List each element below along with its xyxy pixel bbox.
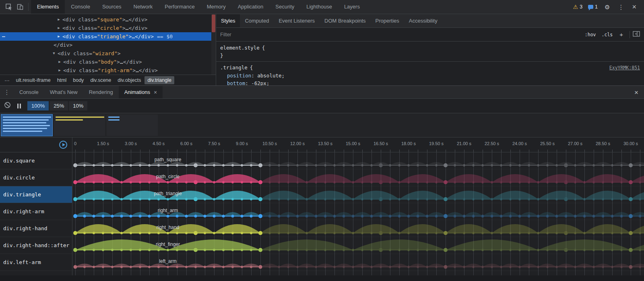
element-label-div-square[interactable]: div.square bbox=[0, 152, 72, 169]
styles-tab-event-listeners[interactable]: Event Listeners bbox=[274, 14, 320, 27]
styles-filter-input[interactable] bbox=[220, 32, 309, 37]
settings-gear-icon[interactable]: ⚙ bbox=[602, 0, 613, 14]
toggle-class-button[interactable]: .cls bbox=[599, 31, 615, 39]
toggle-pseudo-state-button[interactable]: :hov bbox=[582, 31, 599, 39]
track-row-div-triangle: div.trianglepath_triangle bbox=[0, 186, 644, 203]
dom-tree-row[interactable]: ▶<div class="right-arm">…</div> bbox=[0, 66, 216, 75]
playback-rate-25[interactable]: 25% bbox=[50, 101, 68, 110]
main-tab-application[interactable]: Application bbox=[232, 0, 270, 14]
warnings-badge[interactable]: ⚠ 3 bbox=[572, 4, 584, 10]
messages-badge[interactable]: 1 bbox=[586, 4, 599, 10]
element-label-div-right-arm[interactable]: div.right-arm bbox=[0, 203, 72, 220]
playback-rate-10[interactable]: 10% bbox=[69, 101, 87, 110]
ruler-label: 10.50 s bbox=[262, 141, 277, 146]
drawer-tab-label: What's New bbox=[50, 89, 78, 95]
element-label-div-circle[interactable]: div.circle bbox=[0, 169, 72, 186]
dom-tree-row[interactable]: ▶<div class="circle">…</div> bbox=[0, 24, 216, 32]
breadcrumb-item-html[interactable]: html bbox=[54, 76, 70, 84]
horizontal-scrollbar-area[interactable] bbox=[0, 275, 644, 281]
animation-track-right-hand[interactable]: right_hand bbox=[72, 220, 644, 237]
message-count: 1 bbox=[595, 4, 598, 10]
tree-collapsed-arrow-icon[interactable]: ▶ bbox=[57, 58, 62, 66]
close-drawer-icon[interactable]: × bbox=[631, 86, 642, 99]
clear-all-icon[interactable] bbox=[4, 102, 11, 110]
breadcrumb-item-div-objects[interactable]: div.objects bbox=[115, 76, 144, 84]
inline-style-rule[interactable]: element.style{ bbox=[220, 44, 640, 52]
animation-track-path-square[interactable]: path_square bbox=[72, 152, 644, 169]
main-tab-elements[interactable]: Elements bbox=[31, 0, 65, 14]
track-keyframes-canvas[interactable] bbox=[72, 254, 644, 271]
breadcrumb-item-ult-result-iframe[interactable]: ult.result-iframe bbox=[13, 76, 54, 84]
element-label-div-triangle[interactable]: div.triangle bbox=[0, 186, 72, 203]
drawer-tab-console[interactable]: Console bbox=[14, 86, 44, 98]
dom-node-text: <div class="square">…</div> bbox=[0, 17, 147, 23]
dom-tree-row[interactable]: ▶<div class="body">…</div> bbox=[0, 58, 216, 66]
styles-tab-dom-breakpoints[interactable]: DOM Breakpoints bbox=[320, 14, 371, 27]
main-tab-security[interactable]: Security bbox=[269, 0, 300, 14]
animation-group-1[interactable] bbox=[1, 114, 52, 136]
breadcrumb-item-div-scene[interactable]: div.scene bbox=[87, 76, 114, 84]
new-style-rule-icon[interactable]: + bbox=[616, 31, 627, 38]
main-tab-performance[interactable]: Performance bbox=[159, 0, 200, 14]
main-tab-memory[interactable]: Memory bbox=[201, 0, 232, 14]
element-label-div-left-arm[interactable]: div.left-arm bbox=[0, 254, 72, 271]
styles-rules: element.style{ } .triangle{ ExyYRMK:851 … bbox=[216, 42, 644, 85]
dom-tree-row[interactable]: ▼<div class="wizard"> bbox=[0, 49, 216, 58]
tree-collapsed-arrow-icon[interactable]: ▶ bbox=[56, 15, 61, 24]
animation-track-right-finger[interactable]: right_finger bbox=[72, 237, 644, 254]
styles-tab-styles[interactable]: Styles bbox=[216, 14, 240, 27]
tree-collapsed-arrow-icon[interactable]: ▶ bbox=[57, 66, 62, 75]
drawer-tab-animations[interactable]: Animations× bbox=[119, 86, 163, 98]
dom-tree-row[interactable]: </div> bbox=[0, 41, 216, 49]
animations-tab-close-icon[interactable]: × bbox=[154, 89, 157, 96]
rule-selector[interactable]: .triangle{ bbox=[220, 64, 253, 71]
toggle-sidebar-icon[interactable] bbox=[633, 31, 640, 38]
main-tabs: ElementsConsoleSourcesNetworkPerformance… bbox=[31, 0, 366, 14]
dom-tree-scrollbar[interactable] bbox=[211, 14, 216, 75]
main-tab-network[interactable]: Network bbox=[128, 0, 159, 14]
animation-track-path-circle[interactable]: path_circle bbox=[72, 169, 644, 186]
styles-tab-accessibility[interactable]: Accessibility bbox=[404, 14, 442, 27]
element-label-div-right-hand-after[interactable]: div.right-hand::after bbox=[0, 237, 72, 254]
styles-tab-computed[interactable]: Computed bbox=[240, 14, 274, 27]
main-tab-lighthouse[interactable]: Lighthouse bbox=[300, 0, 338, 14]
breadcrumb-item-[interactable]: ⋯ bbox=[2, 76, 12, 85]
style-property-bottom[interactable]: bottom: -62px; bbox=[220, 79, 640, 85]
animation-group-3[interactable] bbox=[107, 114, 158, 136]
breadcrumb-item-body[interactable]: body bbox=[70, 76, 87, 84]
playback-rate-group: 100%25%10% bbox=[27, 101, 87, 110]
drawer-tab-what-s-new[interactable]: What's New bbox=[44, 86, 83, 98]
main-tab-console[interactable]: Console bbox=[65, 0, 96, 14]
drawer-tab-rendering[interactable]: Rendering bbox=[83, 86, 119, 98]
group-preview-line bbox=[108, 119, 120, 121]
tree-collapsed-arrow-icon[interactable]: ▶ bbox=[56, 32, 61, 41]
element-label-div-right-hand[interactable]: div.right-hand bbox=[0, 220, 72, 237]
style-property-position[interactable]: position: absolute; bbox=[220, 72, 640, 79]
styles-tab-properties[interactable]: Properties bbox=[371, 14, 404, 27]
device-toolbar-icon[interactable] bbox=[14, 1, 26, 12]
animation-track-right-arm[interactable]: right_arm bbox=[72, 203, 644, 220]
devtools-toolbar: ElementsConsoleSourcesNetworkPerformance… bbox=[0, 0, 644, 14]
tree-expanded-arrow-icon[interactable]: ▼ bbox=[52, 49, 56, 58]
inspect-element-icon[interactable] bbox=[3, 1, 14, 12]
ruler-label: 4.50 s bbox=[153, 141, 165, 146]
more-options-icon[interactable]: ⋮ bbox=[615, 0, 627, 14]
dom-tree-row[interactable]: ⋯▶<div class="triangle">…</div>== $0 bbox=[0, 32, 216, 41]
scrollbar-thumb[interactable] bbox=[212, 15, 215, 32]
stylesheet-source-link[interactable]: ExyYRMK:851 bbox=[609, 64, 640, 72]
animation-group-2[interactable] bbox=[54, 114, 105, 136]
animation-track-left-arm[interactable]: left_arm bbox=[72, 254, 644, 271]
tree-collapsed-arrow-icon[interactable]: ▶ bbox=[56, 24, 61, 32]
dom-tree-row[interactable]: ▶<div class="square">…</div> bbox=[0, 15, 216, 24]
playback-rate-100[interactable]: 100% bbox=[27, 101, 49, 110]
close-devtools-icon[interactable]: × bbox=[629, 0, 639, 14]
breadcrumb-item-div-triangle[interactable]: div.triangle bbox=[144, 76, 174, 84]
main-tab-layers[interactable]: Layers bbox=[338, 0, 366, 14]
ruler-label: 22.50 s bbox=[485, 141, 499, 146]
main-tab-sources[interactable]: Sources bbox=[96, 0, 128, 14]
replay-timeline-icon[interactable] bbox=[59, 140, 68, 149]
pause-all-icon[interactable] bbox=[17, 104, 21, 108]
timeline-ruler[interactable]: 01.50 s3.00 s4.50 s6.00 s7.50 s9.00 s10.… bbox=[72, 137, 644, 152]
animation-track-path-triangle[interactable]: path_triangle bbox=[72, 186, 644, 203]
drawer-menu-icon[interactable]: ⋮ bbox=[0, 86, 14, 98]
